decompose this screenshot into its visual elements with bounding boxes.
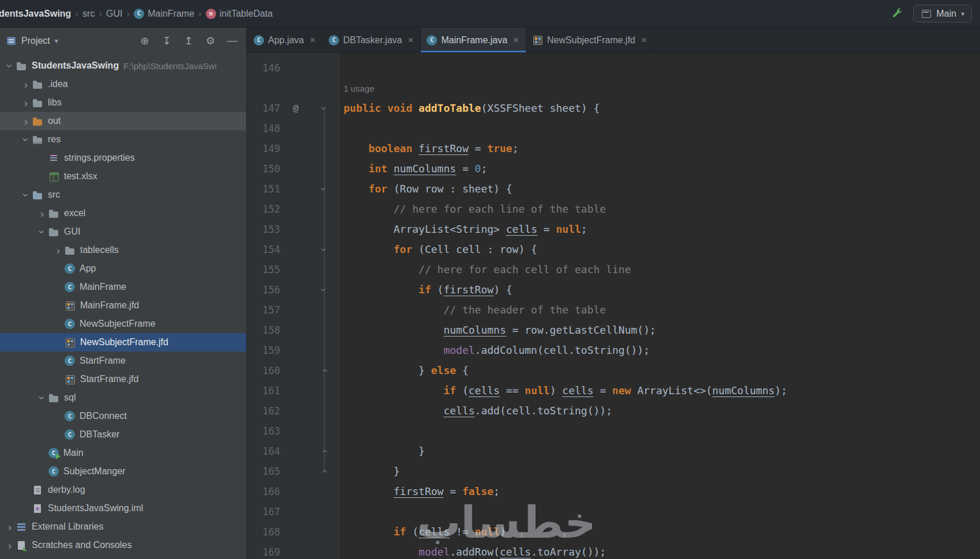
line-number[interactable]: 148 xyxy=(247,123,280,134)
tab-mainframe-java[interactable]: MainFrame.java× xyxy=(421,28,526,52)
tree-item-res[interactable]: ›res xyxy=(0,130,246,149)
line-number[interactable]: 149 xyxy=(247,143,280,154)
tree-item-gui[interactable]: ›GUI xyxy=(0,222,246,241)
tree-item-dbconnect[interactable]: DBConnect xyxy=(0,407,246,425)
breadcrumb-item-mainframe[interactable]: MainFrame xyxy=(134,9,194,19)
chevron-collapsed-icon[interactable]: › xyxy=(20,79,32,90)
line-number[interactable]: 164 xyxy=(247,445,280,457)
tree-item-newsubjectframe[interactable]: NewSubjectFrame xyxy=(0,315,246,333)
settings-icon[interactable]: ⚙ xyxy=(205,35,216,47)
fold-down-icon[interactable]: › xyxy=(319,96,329,121)
chevron-collapsed-icon[interactable]: › xyxy=(36,208,48,219)
tree-item-newsubjectframe-jfd[interactable]: NewSubjectFrame.jfd xyxy=(0,333,246,352)
fold-up-icon[interactable]: › xyxy=(319,459,329,484)
close-icon[interactable]: × xyxy=(641,35,647,46)
breadcrumb-item-src[interactable]: src xyxy=(82,9,95,19)
tree-item-strings-properties[interactable]: strings.properties xyxy=(0,149,246,167)
code-token: addToTable xyxy=(419,102,481,114)
line-number[interactable]: 153 xyxy=(247,224,280,235)
line-number[interactable]: 161 xyxy=(247,385,280,396)
chevron-collapsed-icon[interactable]: › xyxy=(3,522,16,532)
editor[interactable]: 1461 usage147@›public void addToTable(XS… xyxy=(247,53,980,559)
locate-icon[interactable]: ⊕ xyxy=(139,35,150,47)
chevron-expanded-icon[interactable]: › xyxy=(37,225,48,238)
chevron-expanded-icon[interactable]: › xyxy=(21,133,32,146)
chevron-expanded-icon[interactable]: › xyxy=(21,188,32,201)
line-number[interactable]: 159 xyxy=(247,345,280,356)
chevron-collapsed-icon[interactable]: › xyxy=(52,245,65,256)
line-number[interactable]: 156 xyxy=(247,284,280,296)
fold-down-icon[interactable]: › xyxy=(319,277,329,303)
line-number[interactable]: 167 xyxy=(247,506,280,518)
line-number[interactable]: 154 xyxy=(247,244,280,255)
expand-all-icon[interactable]: ↧ xyxy=(161,35,172,47)
tab-app-java[interactable]: App.java× xyxy=(248,28,323,52)
close-icon[interactable]: × xyxy=(310,35,315,46)
breadcrumb-label: src xyxy=(82,9,95,19)
folder-resources-icon xyxy=(32,134,43,145)
tree-item-app[interactable]: App xyxy=(0,259,246,278)
tree-item-subjectmanger[interactable]: SubjectManger xyxy=(0,462,246,481)
line-number[interactable]: 160 xyxy=(247,365,280,376)
tree-item-startframe[interactable]: StartFrame xyxy=(0,352,246,370)
line-number[interactable]: 168 xyxy=(247,526,280,538)
chevron-expanded-icon[interactable]: › xyxy=(37,391,48,404)
line-number[interactable]: 152 xyxy=(247,203,280,215)
usage-hint[interactable]: 1 usage xyxy=(344,84,374,93)
code-area[interactable]: 1461 usage147@›public void addToTable(XS… xyxy=(247,58,980,559)
fold-up-icon[interactable]: › xyxy=(319,358,329,383)
line-number[interactable]: 166 xyxy=(247,486,280,497)
tree-item-studentsjavaswing-iml[interactable]: StudentsJavaSwing.iml xyxy=(0,499,246,518)
tree-item-tablecells[interactable]: ›tablecells xyxy=(0,241,246,259)
tree-item-derby-log[interactable]: derby.log xyxy=(0,481,246,499)
tree-item-startframe-jfd[interactable]: StartFrame.jfd xyxy=(0,370,246,388)
breadcrumb-item-gui[interactable]: GUI xyxy=(106,9,122,19)
project-panel-title[interactable]: Project xyxy=(21,36,50,46)
chevron-expanded-icon[interactable]: › xyxy=(5,59,16,72)
code-row: 148 xyxy=(247,118,980,138)
tree-item-out[interactable]: ›out xyxy=(0,112,246,130)
line-number[interactable]: 165 xyxy=(247,466,280,477)
fold-down-icon[interactable]: › xyxy=(319,176,329,202)
collapse-all-icon[interactable]: ↥ xyxy=(183,35,194,47)
breadcrumb-item-inittabledata[interactable]: initTableData xyxy=(206,9,273,19)
line-number[interactable]: 163 xyxy=(247,425,280,437)
line-number[interactable]: 147 xyxy=(247,103,280,114)
chevron-collapsed-icon[interactable]: › xyxy=(3,540,16,551)
tree-item-studentsjavaswing[interactable]: ›StudentsJavaSwingF:\php\StudentsJavaSwi xyxy=(0,56,246,75)
tree-item-main[interactable]: Main xyxy=(0,444,246,462)
tree-item-mainframe[interactable]: MainFrame xyxy=(0,278,246,296)
tree-item-libs[interactable]: ›libs xyxy=(0,93,246,112)
tree-item-sql[interactable]: ›sql xyxy=(0,388,246,407)
chevron-collapsed-icon[interactable]: › xyxy=(20,116,32,127)
chevron-collapsed-icon[interactable]: › xyxy=(20,97,32,108)
tree-item-src[interactable]: ›src xyxy=(0,186,246,204)
run-configuration-button[interactable]: Main ▾ xyxy=(913,5,972,22)
close-icon[interactable]: × xyxy=(408,35,413,46)
line-number[interactable]: 151 xyxy=(247,183,280,195)
build-icon[interactable] xyxy=(890,7,904,21)
tab-dbtasker-java[interactable]: DBTasker.java× xyxy=(323,28,421,52)
breadcrumb-item-dentsjavaswing[interactable]: dentsJavaSwing xyxy=(0,9,71,19)
line-number[interactable]: 169 xyxy=(247,546,280,558)
close-icon[interactable]: × xyxy=(513,35,519,46)
tree-item-test-xlsx[interactable]: test.xlsx xyxy=(0,167,246,186)
line-number[interactable]: 157 xyxy=(247,304,280,316)
tree-item-external-libraries[interactable]: ›External Libraries xyxy=(0,518,246,536)
tree-item-idea[interactable]: ›.idea xyxy=(0,75,246,93)
tab-newsubjectframe-jfd[interactable]: NewSubjectFrame.jfd× xyxy=(526,28,654,52)
tree-item-scratches-and-consoles[interactable]: ›Scratches and Consoles xyxy=(0,536,246,554)
chevron-down-icon[interactable]: ▾ xyxy=(55,37,58,45)
code-token xyxy=(344,344,443,356)
tree-item-excel[interactable]: ›excel xyxy=(0,204,246,222)
tree-item-dbtasker[interactable]: DBTasker xyxy=(0,425,246,444)
hide-icon[interactable]: — xyxy=(227,35,238,47)
fold-down-icon[interactable]: › xyxy=(319,237,329,262)
line-number[interactable]: 155 xyxy=(247,264,280,275)
line-number[interactable]: 146 xyxy=(247,62,280,74)
tree-item-mainframe-jfd[interactable]: MainFrame.jfd xyxy=(0,296,246,315)
line-number[interactable]: 158 xyxy=(247,324,280,336)
line-number[interactable]: 162 xyxy=(247,405,280,417)
line-number[interactable]: 150 xyxy=(247,163,280,175)
package-icon xyxy=(65,245,76,256)
